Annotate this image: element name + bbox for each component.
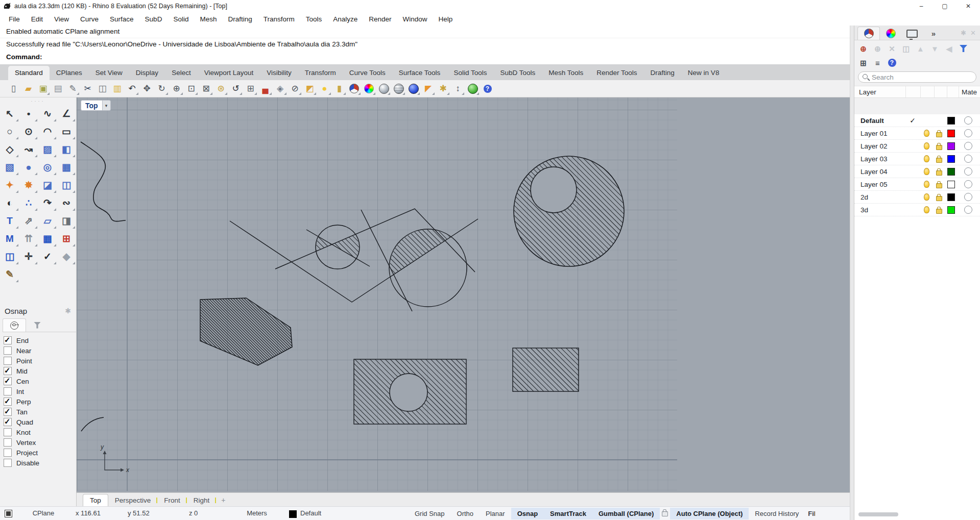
layers-icon[interactable]	[347, 82, 362, 96]
cplane-coord-button[interactable]: CPlane	[20, 509, 66, 517]
menu-item[interactable]: View	[49, 15, 75, 23]
status-pane[interactable]: Ortho	[451, 508, 480, 519]
osnap-checkbox[interactable]	[4, 367, 12, 375]
layer-lock-cell[interactable]	[933, 130, 945, 137]
layer-name[interactable]: Default	[854, 117, 905, 125]
viewport-canvas[interactable]: y x	[77, 97, 850, 492]
viewport-title-text[interactable]: Top	[81, 100, 102, 111]
panel-close-icon[interactable]: ✕	[970, 29, 976, 37]
paste-icon[interactable]: ▥	[110, 82, 125, 96]
osnap-option-row[interactable]: Perp	[4, 397, 76, 407]
surface-patch-tool-icon[interactable]: ▨	[38, 140, 57, 158]
point-cloud-tool-icon[interactable]: ∴	[19, 194, 38, 212]
undo-view-icon[interactable]: ↺	[228, 82, 243, 96]
osnap-checkbox[interactable]	[4, 398, 12, 406]
layer-color-cell[interactable]	[945, 206, 957, 214]
zoom-selected-icon[interactable]: ⊛	[213, 82, 228, 96]
osnap-option-row[interactable]: Point	[4, 356, 76, 366]
menu-item[interactable]: File	[3, 15, 26, 23]
cplane-icon[interactable]: ◈	[273, 82, 288, 96]
layer-column-header[interactable]: Layer	[854, 86, 905, 97]
osnap-checkbox[interactable]	[4, 438, 12, 447]
menu-item[interactable]: Transform	[258, 15, 300, 23]
status-pane[interactable]: Record History	[749, 508, 805, 519]
active-layer-swatch[interactable]	[289, 510, 297, 518]
status-pane[interactable]: SmartTrack	[544, 508, 592, 519]
osnap-checkbox[interactable]	[4, 418, 12, 426]
osnap-checkbox[interactable]	[4, 377, 12, 385]
sphere-tool-icon[interactable]: ●	[19, 158, 38, 176]
ribbon-tab[interactable]: Render Tools	[590, 66, 643, 80]
text-tool-icon[interactable]: T	[1, 212, 19, 230]
active-layer-button[interactable]: Default	[300, 509, 321, 517]
visibility-tool-icon[interactable]: ◫	[1, 247, 19, 265]
ribbon-tab[interactable]: Transform	[298, 66, 343, 80]
ribbon-tab[interactable]: Curve Tools	[343, 66, 392, 80]
viewport-layout-panel-tab[interactable]	[901, 27, 923, 40]
layer-lock-cell[interactable]	[933, 193, 945, 201]
help-icon[interactable]: ?	[480, 82, 495, 96]
layer-material-cell[interactable]	[957, 142, 980, 150]
osnap-settings-tab[interactable]	[3, 318, 26, 332]
duplicate-layer-button[interactable]: ◫	[900, 43, 913, 54]
point-tool-icon[interactable]: •	[19, 105, 38, 122]
osnap-checkbox[interactable]	[4, 408, 12, 416]
layer-material-cell[interactable]	[957, 193, 980, 201]
menu-item[interactable]: Edit	[26, 15, 49, 23]
explode-tool-icon[interactable]: ✸	[19, 176, 38, 194]
layer-lock-cell[interactable]	[933, 142, 945, 150]
orient-tool-icon[interactable]: ✛	[19, 247, 38, 265]
layer-name[interactable]: Layer 04	[854, 168, 905, 176]
layer-visibility-cell[interactable]	[920, 155, 933, 162]
layer-row[interactable]: 3d ✓	[854, 204, 980, 216]
surface-corner-tool-icon[interactable]: ◧	[57, 140, 76, 158]
move-tool-icon[interactable]: ⇗	[19, 212, 38, 230]
layer-visibility-cell[interactable]	[920, 168, 933, 175]
block-tool-icon[interactable]: ⊞	[57, 230, 76, 247]
ribbon-tab[interactable]: Visibility	[260, 66, 298, 80]
osnap-option-row[interactable]: Tan	[4, 407, 76, 417]
layer-material-cell[interactable]	[957, 206, 980, 214]
panel-gear-icon[interactable]: ✱	[961, 29, 966, 37]
menu-item[interactable]: Curve	[75, 15, 104, 23]
osnap-option-row[interactable]: End	[4, 335, 76, 345]
layer-row[interactable]: Layer 01 ✓	[854, 127, 980, 140]
layer-color-cell[interactable]	[945, 117, 957, 125]
rotate-view-icon[interactable]: ↻	[154, 82, 169, 96]
layer-lock-cell[interactable]	[933, 117, 945, 125]
lock-icon[interactable]	[662, 511, 668, 516]
spotlight-icon[interactable]: ◤	[421, 82, 436, 96]
pan-view-icon[interactable]: ✥	[139, 82, 154, 96]
layer-color-cell[interactable]	[945, 142, 957, 150]
menu-item[interactable]: Solid	[168, 15, 194, 23]
dimension-icon[interactable]: ↕	[450, 82, 465, 96]
color-column-header[interactable]	[947, 86, 959, 97]
arc-tool-icon[interactable]: ◠	[38, 122, 57, 140]
layer-color-cell[interactable]	[945, 193, 957, 201]
layer-material-cell[interactable]	[957, 155, 980, 163]
ribbon-tab[interactable]: Set View	[89, 66, 129, 80]
maximize-button[interactable]: ▢	[933, 0, 957, 12]
osnap-gear-icon[interactable]: ✱	[65, 307, 71, 315]
ribbon-tab[interactable]: Viewport Layout	[198, 66, 260, 80]
minimize-button[interactable]: –	[910, 0, 933, 12]
scale-tool-icon[interactable]: ▱	[38, 212, 57, 230]
circle-hole[interactable]	[531, 167, 577, 213]
shaded-display-icon[interactable]	[376, 82, 391, 96]
open-file-icon[interactable]: ▰	[21, 82, 36, 96]
command-history[interactable]: Enabled automatic CPlane alignment Succe…	[0, 26, 850, 51]
osnap-option-row[interactable]: Vertex	[4, 437, 76, 448]
new-layer-button[interactable]: ⊕	[857, 43, 870, 54]
freeform-curve-tool-icon[interactable]: ↝	[19, 140, 38, 158]
status-pane[interactable]: Planar	[480, 508, 511, 519]
status-pane[interactable]: Grid Snap	[409, 508, 451, 519]
paint-hatch-tool-icon[interactable]: ✎	[1, 265, 19, 283]
layer-name[interactable]: Layer 05	[854, 181, 905, 188]
layer-visibility-cell[interactable]	[920, 142, 933, 150]
layer-lock-cell[interactable]	[933, 168, 945, 176]
layer-lock-cell[interactable]	[933, 155, 945, 163]
plugin-tool-icon[interactable]: ✦	[1, 176, 19, 194]
layer-visibility-cell[interactable]	[920, 206, 933, 213]
extrude-tool-icon[interactable]: ⇈	[19, 230, 38, 247]
polygon-tool-icon[interactable]: ◇	[1, 140, 19, 158]
